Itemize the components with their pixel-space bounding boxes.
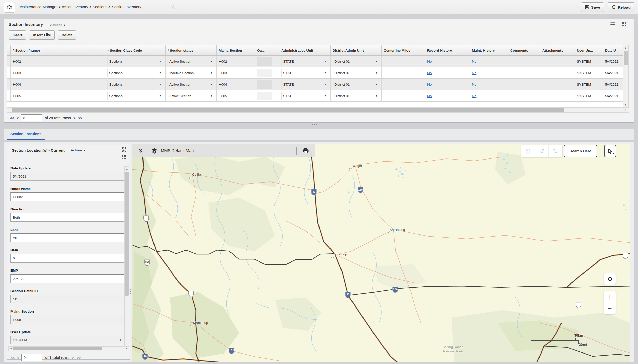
insert-like-button[interactable]: Insert Like <box>29 30 55 40</box>
column-header[interactable]: Date U▲ <box>603 46 622 55</box>
history-link[interactable]: No <box>472 83 476 86</box>
vertical-splitter-handle[interactable] <box>130 288 131 295</box>
table-row[interactable]: H003Sections▼Inactive Section▼H003STATE▼… <box>7 67 623 79</box>
grid-icon[interactable] <box>122 155 126 159</box>
layers-button[interactable] <box>151 148 157 154</box>
history-link[interactable]: No <box>427 83 432 86</box>
pointer-tool-button[interactable]: ▼ <box>604 145 616 157</box>
scrollbar-thumb[interactable] <box>13 347 102 350</box>
scrollbar-thumb[interactable] <box>12 108 564 112</box>
column-header[interactable]: Comments <box>508 46 540 55</box>
cell-dropdown[interactable]: District 01▼ <box>333 69 379 77</box>
first-page-button[interactable]: << <box>10 116 14 120</box>
table-horizontal-scrollbar[interactable]: ◄ ► <box>7 107 629 113</box>
history-link[interactable]: No <box>427 60 432 63</box>
cell-dropdown[interactable]: Active Section▼ <box>168 92 214 100</box>
save-button[interactable]: Save <box>581 2 604 12</box>
cell-dropdown[interactable]: Sections▼ <box>107 69 163 77</box>
cell-dropdown[interactable]: Inactive Section▼ <box>168 69 214 77</box>
form-horizontal-scrollbar[interactable]: ◄ ► <box>8 346 129 351</box>
history-link[interactable]: No <box>427 94 432 98</box>
bmp-field[interactable]: 0 <box>10 254 124 263</box>
scroll-right-icon[interactable]: ► <box>625 109 628 111</box>
tab-section-locations[interactable]: Section Locations <box>7 129 45 140</box>
scroll-up-icon[interactable]: ▲ <box>623 47 628 49</box>
search-here-button[interactable]: Search Here <box>564 145 597 157</box>
cell-dropdown[interactable]: STATE▼ <box>281 69 328 77</box>
next-page-button[interactable]: > <box>73 116 76 120</box>
column-header[interactable] <box>7 46 11 55</box>
history-link[interactable]: No <box>427 71 432 75</box>
scroll-down-icon[interactable]: ▼ <box>623 104 628 106</box>
favorite-star-icon[interactable]: ☆ <box>171 4 176 10</box>
scroll-left-icon[interactable]: ◄ <box>10 347 12 350</box>
column-header[interactable]: Record History <box>425 46 470 55</box>
direction-field[interactable]: Both <box>10 213 124 222</box>
breadcrumb[interactable]: Maintenance Manager > Asset Inventory > … <box>19 5 141 9</box>
column-header[interactable]: Administrative Unit <box>279 46 331 55</box>
emp-field[interactable]: 295.238 <box>10 274 124 283</box>
scroll-down-icon[interactable]: ▼ <box>119 339 122 342</box>
cell-dropdown[interactable]: Sections▼ <box>107 92 163 100</box>
column-header[interactable]: Centerline Miles <box>382 46 425 55</box>
first-page-button[interactable]: << <box>10 356 15 360</box>
column-header[interactable]: * Section Class Code <box>105 46 166 55</box>
zoom-out-button[interactable]: − <box>604 303 616 314</box>
cell-dropdown[interactable]: District 01▼ <box>333 92 379 100</box>
route-name-field[interactable]: H008A <box>10 192 124 201</box>
history-link[interactable]: No <box>472 71 476 75</box>
cell-dropdown[interactable]: Sections▼ <box>107 80 163 89</box>
home-button[interactable] <box>4 2 15 13</box>
history-link[interactable]: No <box>472 60 476 63</box>
expand-icon[interactable] <box>622 22 627 27</box>
last-page-button[interactable]: >> <box>77 356 81 360</box>
last-page-button[interactable]: >> <box>78 116 82 120</box>
next-page-button[interactable]: > <box>72 356 74 360</box>
scroll-up-icon[interactable]: ▲ <box>125 168 129 170</box>
undo-button[interactable]: ↺ <box>535 145 549 157</box>
cell-dropdown[interactable]: Sections▼ <box>107 57 163 66</box>
collapse-toolbar-button[interactable] <box>138 148 143 153</box>
list-view-icon[interactable] <box>610 22 615 27</box>
pin-tool-button[interactable] <box>521 145 535 157</box>
column-header[interactable]: User Up... <box>575 46 603 55</box>
scroll-right-icon[interactable]: ► <box>126 347 128 350</box>
locate-me-button[interactable] <box>604 273 616 285</box>
map-canvas[interactable]: CollieWaginKatanningKojonupManjimup30120… <box>132 144 630 362</box>
column-header[interactable]: * Section status <box>166 46 217 55</box>
column-header[interactable]: Ow... <box>255 46 279 55</box>
cell-dropdown[interactable]: Active Section▼ <box>168 57 214 66</box>
table-row[interactable]: H004Sections▼Active Section▼H004STATE▼Di… <box>7 79 623 90</box>
expand-icon[interactable] <box>121 147 127 153</box>
column-header[interactable]: Attachments <box>540 46 575 55</box>
column-header[interactable]: Maint. History <box>470 46 508 55</box>
scrollbar-thumb[interactable] <box>125 172 129 296</box>
scroll-left-icon[interactable]: ◄ <box>8 109 11 111</box>
zoom-in-button[interactable]: + <box>604 291 616 303</box>
cell-dropdown[interactable]: District 01▼ <box>333 80 379 89</box>
table-row[interactable]: H002Sections▼Active Section▼H002STATE▼Di… <box>7 56 623 67</box>
table-vertical-scrollbar[interactable]: ▲ ▼ <box>623 45 629 107</box>
scrollbar-thumb[interactable] <box>624 51 628 65</box>
prev-page-button[interactable]: < <box>17 356 19 360</box>
print-map-button[interactable] <box>303 148 309 153</box>
page-number-input[interactable] <box>21 354 42 361</box>
cell-dropdown[interactable]: STATE▼ <box>281 92 328 100</box>
delete-button[interactable]: Delete <box>58 30 76 40</box>
lane-field[interactable]: All <box>10 233 124 242</box>
column-header[interactable]: Maint. Section <box>217 46 255 55</box>
cell-dropdown[interactable]: Active Section▼ <box>168 80 214 89</box>
table-row[interactable]: H005Sections▼Active Section▼H005STATE▼Di… <box>7 90 623 102</box>
cell-dropdown[interactable]: STATE▼ <box>281 80 328 89</box>
cell-dropdown[interactable]: STATE▼ <box>281 57 328 66</box>
actions-menu[interactable]: Actions▼ <box>50 23 66 27</box>
prev-page-button[interactable]: < <box>17 116 19 120</box>
column-header[interactable]: District Admin Unit <box>331 46 382 55</box>
redo-button[interactable]: ↻ <box>549 145 562 157</box>
reload-button[interactable]: Reload <box>608 2 634 12</box>
horizontal-splitter-handle[interactable] <box>311 124 320 125</box>
page-number-input[interactable] <box>21 114 42 121</box>
insert-button[interactable]: Insert <box>9 30 26 40</box>
form-vertical-scrollbar[interactable]: ▲ <box>124 166 129 346</box>
actions-menu[interactable]: Actions▼ <box>71 149 86 152</box>
